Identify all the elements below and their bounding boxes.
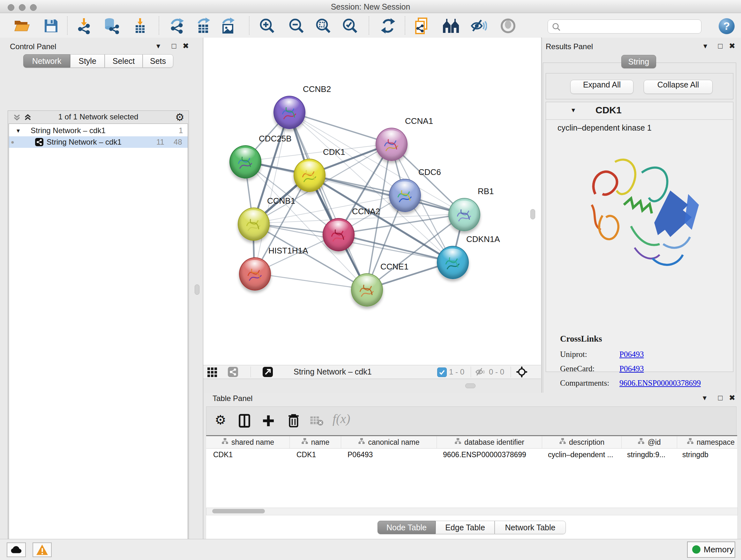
graph-node-HIST1H1A[interactable] xyxy=(239,257,271,291)
help-icon[interactable]: ? xyxy=(719,18,735,34)
network-edge[interactable] xyxy=(254,273,366,289)
clone-network-icon[interactable] xyxy=(414,17,431,34)
panel-collapse-icon[interactable]: ▾ xyxy=(703,393,706,402)
import-network-icon[interactable] xyxy=(76,17,92,34)
refresh-icon[interactable] xyxy=(380,17,396,34)
panel-collapse-icon[interactable]: ▾ xyxy=(703,42,707,51)
panel-float-icon[interactable]: □ xyxy=(172,42,177,51)
graph-node-CDC6[interactable] xyxy=(389,179,421,212)
network-row-selected[interactable]: ● String Network – cdk1 11 48 xyxy=(9,136,188,148)
panel-close-icon[interactable]: ✖ xyxy=(183,42,189,51)
table-cell[interactable]: stringdb:9... xyxy=(620,449,675,461)
horizontal-splitter-handle[interactable] xyxy=(465,383,475,388)
selected-checkbox-icon[interactable] xyxy=(437,368,447,377)
export-table-icon[interactable] xyxy=(195,17,212,34)
graph-node-RB1[interactable] xyxy=(448,198,480,231)
tab-style[interactable]: Style xyxy=(70,54,105,68)
left-splitter-handle[interactable] xyxy=(195,285,199,295)
column-header--id[interactable]: @id xyxy=(622,436,677,448)
graph-node-CDC25B[interactable] xyxy=(229,145,261,179)
tab-node-table[interactable]: Node Table xyxy=(378,521,435,534)
hide-selected-icon[interactable] xyxy=(470,17,487,34)
crosslink-link[interactable]: 9606.ENSP00000378699 xyxy=(619,379,701,387)
collection-count: 1 xyxy=(179,125,183,136)
tab-string[interactable]: String xyxy=(621,55,656,68)
table-options-gear-icon[interactable]: ⚙ xyxy=(215,413,226,427)
graph-node-CDKN1A[interactable] xyxy=(437,246,469,279)
collapse-all-button[interactable]: Collapse All xyxy=(644,80,713,94)
tab-network[interactable]: Network xyxy=(23,54,70,68)
column-header-name[interactable]: name xyxy=(290,436,341,448)
column-header-database-identifier[interactable]: database identifier xyxy=(437,436,542,448)
graph-node-label-CCNA2: CCNA2 xyxy=(352,206,380,216)
column-header-shared-name[interactable]: shared name xyxy=(206,436,290,448)
zoom-in-icon[interactable] xyxy=(259,17,275,34)
column-header-canonical-name[interactable]: canonical name xyxy=(341,436,437,448)
memory-button[interactable]: Memory xyxy=(687,542,735,558)
save-session-icon[interactable] xyxy=(43,17,59,34)
create-column-icon[interactable] xyxy=(261,414,275,429)
table-cell[interactable]: cyclin–dependent ... xyxy=(541,449,620,461)
tab-network-table[interactable]: Network Table xyxy=(495,521,566,534)
network-canvas[interactable]: CCNB2CCNA1CDC25BCDK1CDC6RB1CCNB1CCNA2CDK… xyxy=(203,38,541,365)
network-options-gear-icon[interactable]: ⚙ xyxy=(175,111,185,123)
tab-sets[interactable]: Sets xyxy=(143,54,173,68)
fit-selected-crosshair-icon[interactable] xyxy=(516,366,528,379)
graph-node-CDK1[interactable] xyxy=(293,159,326,192)
graph-node-CCNA1[interactable] xyxy=(376,128,408,161)
scrollbar-thumb[interactable] xyxy=(212,509,265,513)
panel-close-icon[interactable]: ✖ xyxy=(729,42,735,51)
graph-node-CCNB2[interactable] xyxy=(273,96,306,129)
section-collapse-icon[interactable]: ▾ xyxy=(571,106,575,114)
export-image-icon[interactable] xyxy=(220,17,237,34)
column-header-description[interactable]: description xyxy=(542,436,622,448)
expand-all-button[interactable]: Expand All xyxy=(570,80,633,94)
open-session-icon[interactable] xyxy=(13,17,30,34)
graph-node-CCNA2[interactable] xyxy=(323,218,354,251)
function-builder-icon[interactable]: f(x) xyxy=(333,411,350,426)
show-columns-icon[interactable] xyxy=(238,414,252,429)
table-cell[interactable]: P06493 xyxy=(340,449,436,461)
graph-node-CCNB1[interactable] xyxy=(238,207,270,241)
table-cell[interactable]: stringdb xyxy=(675,449,737,461)
table-horizontal-scrollbar[interactable] xyxy=(206,508,738,515)
table-cell[interactable]: 9606.ENSP00000378699 xyxy=(436,449,541,461)
network-edge[interactable] xyxy=(309,175,464,214)
network-type-share-icon[interactable] xyxy=(228,367,238,377)
crosslink-link[interactable]: P06493 xyxy=(619,364,644,373)
delete-table-icon[interactable] xyxy=(310,415,323,428)
zoom-selected-icon[interactable] xyxy=(342,17,358,34)
column-type-icon xyxy=(687,438,694,447)
table-cell[interactable]: CDK1 xyxy=(206,449,289,461)
panel-collapse-icon[interactable]: ▾ xyxy=(156,42,160,51)
network-collection-row[interactable]: ▾ String Network – cdk1 1 xyxy=(9,125,188,136)
import-table-icon[interactable] xyxy=(132,17,148,34)
zoom-out-icon[interactable] xyxy=(288,17,305,34)
tab-select[interactable]: Select xyxy=(105,54,143,68)
birdseye-view-icon[interactable] xyxy=(263,367,273,377)
panel-close-icon[interactable]: ✖ xyxy=(729,393,735,402)
zoom-fit-icon[interactable] xyxy=(315,17,332,34)
graphics-detail-icon[interactable] xyxy=(500,17,516,34)
crosslink-link[interactable]: P06493 xyxy=(619,350,644,359)
right-splitter-handle[interactable] xyxy=(530,209,535,219)
graph-node-CCNE1[interactable] xyxy=(351,273,383,307)
search-input[interactable] xyxy=(562,21,698,32)
network-edge[interactable] xyxy=(289,112,366,289)
column-header-namespace[interactable]: namespace xyxy=(677,436,737,448)
warning-status-icon[interactable] xyxy=(32,543,52,557)
panel-float-icon[interactable]: □ xyxy=(718,42,723,51)
first-neighbors-icon[interactable] xyxy=(442,17,458,34)
table-cell[interactable]: CDK1 xyxy=(289,449,340,461)
tree-expand-icon[interactable]: ▾ xyxy=(17,125,20,136)
cloud-status-icon[interactable] xyxy=(7,543,26,557)
gene-section-header[interactable]: ▾ CDK1 xyxy=(546,102,733,120)
hidden-eye-icon[interactable] xyxy=(475,367,486,378)
tab-edge-table[interactable]: Edge Table xyxy=(435,521,495,534)
delete-column-trash-icon[interactable] xyxy=(286,413,300,429)
export-network-icon[interactable] xyxy=(169,17,185,34)
import-network-from-database-icon[interactable] xyxy=(103,17,119,34)
panel-float-icon[interactable]: □ xyxy=(718,393,723,402)
grid-view-icon[interactable] xyxy=(207,368,217,377)
table-data-row[interactable]: CDK1CDK1P064939606.ENSP00000378699cyclin… xyxy=(206,449,737,461)
